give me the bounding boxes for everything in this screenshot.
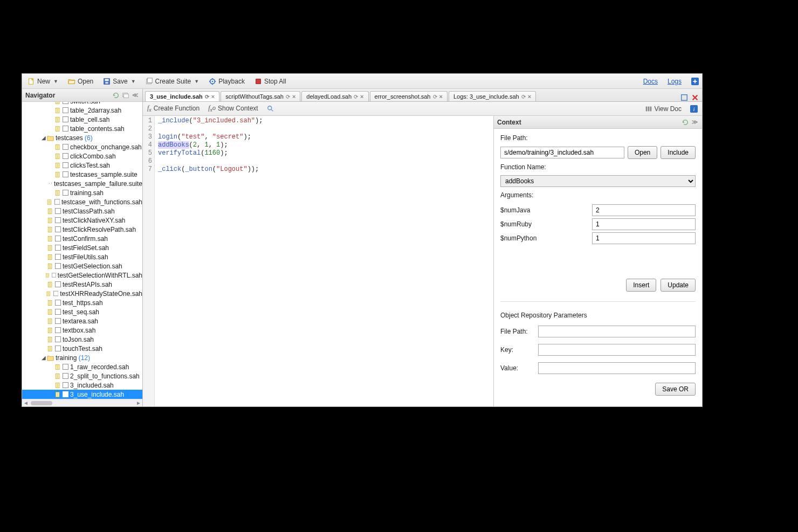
tree-folder[interactable]: ◢testcases (6) [22,133,142,142]
tree-label: testXHRReadyStateOne.sah [60,290,142,298]
tree-file[interactable]: 3_included.sah [22,381,142,390]
editor-tab[interactable]: 3_use_include.sah ⟳ × [145,91,219,101]
save-button[interactable]: Save ▼ [101,77,137,86]
playback-button[interactable]: Playback [207,77,247,86]
svg-rect-25 [63,107,68,113]
show-context-button[interactable]: fxo Show Context [208,104,258,113]
tree-file[interactable]: textbox.sah [22,326,142,335]
argument-row: $numPython [500,232,696,244]
refresh-icon[interactable]: ⟳ [205,94,209,100]
scroll-thumb[interactable] [31,401,52,405]
argument-value-input[interactable] [592,204,696,216]
close-icon[interactable]: × [439,93,443,100]
tree-file[interactable]: test_https.sah [22,298,142,307]
include-button[interactable]: Include [661,146,696,159]
info-icon[interactable]: i [690,105,698,113]
refresh-icon[interactable]: ⟳ [433,94,437,100]
tree-file[interactable]: 1_raw_recorded.sah [22,362,142,371]
docs-link[interactable]: Docs [643,78,658,85]
orp-value-input[interactable] [538,362,696,374]
collapse-all-icon[interactable] [122,92,129,99]
tree-label: 2_split_to_functions.sah [70,372,140,380]
tree-file[interactable]: testGetSelection.sah [22,261,142,271]
function-name-select[interactable]: addBooks [500,175,696,187]
scroll-left-icon[interactable]: ◄ [22,400,30,406]
refresh-icon[interactable] [682,119,689,126]
tree-file[interactable]: testClassPath.sah [22,206,142,216]
tree-folder[interactable]: ◢training (12) [22,353,142,362]
open-label: Open [78,78,93,85]
context-header: Context ≫ [494,116,702,129]
editor-tab[interactable]: delayedLoad.sah ⟳ × [301,91,368,101]
tree-file[interactable]: table_cell.sah [22,115,142,124]
tree-label: textarea.sah [63,317,98,325]
tree-file[interactable]: testcase_with_functions.sah [22,197,142,206]
tree-file[interactable]: testcases_sample.suite [22,170,142,179]
tree-file[interactable]: textarea.sah [22,316,142,326]
tree-file[interactable]: table_contents.sah [22,124,142,133]
update-button[interactable]: Update [661,279,696,292]
open-file-button[interactable]: Open [628,146,657,159]
navigator-scroll[interactable]: switch.sahtable_2darray.sahtable_cell.sa… [22,102,142,399]
tree-file[interactable]: testFieldSet.sah [22,243,142,252]
file-path-input[interactable] [500,147,624,158]
view-doc-button[interactable]: View Doc [645,105,682,113]
orp-filepath-input[interactable] [538,326,696,337]
tree-file[interactable]: 2_split_to_functions.sah [22,371,142,381]
tree-file[interactable]: touchTest.sah [22,344,142,353]
tree-file[interactable]: switch.sah [22,102,142,106]
argument-value-input[interactable] [592,232,696,244]
tree-file[interactable]: clicksTest.sah [22,161,142,170]
tree-file[interactable]: clickCombo.sah [22,151,142,161]
svg-rect-5 [147,78,152,82]
tree-file[interactable]: testConfirm.sah [22,234,142,243]
refresh-icon[interactable]: ⟳ [354,94,358,100]
argument-value-input[interactable] [592,218,696,230]
save-or-button[interactable]: Save OR [655,383,696,396]
code-content[interactable]: _include("3_included.sah"); login("test"… [155,116,493,406]
navigator-panel: Navigator ≪ switch.sahtable_2darray.saht… [22,89,143,406]
editor-tab[interactable]: error_screenshot.sah ⟳ × [370,91,448,101]
close-icon[interactable]: × [528,93,531,100]
orp-key-input[interactable] [538,344,696,356]
logs-link[interactable]: Logs [668,78,682,85]
expander-icon[interactable]: ◢ [40,135,47,141]
close-icon[interactable]: × [360,93,363,100]
close-all-tabs-icon[interactable] [691,94,699,101]
insert-button[interactable]: Insert [626,279,656,292]
close-icon[interactable]: × [292,93,295,100]
tree-file[interactable]: table_2darray.sah [22,106,142,115]
tree-file[interactable]: training.sah [22,188,142,197]
open-button[interactable]: Open [66,77,95,86]
stop-all-button[interactable]: Stop All [252,77,288,86]
refresh-icon[interactable] [112,92,120,99]
editor-tab[interactable]: scriptWithoutTags.sah ⟳ × [221,91,300,101]
close-icon[interactable]: × [211,93,215,100]
tree-file[interactable]: 3_use_include.sah [22,390,142,399]
tree-file[interactable]: checkbox_onchange.sah [22,142,142,151]
tree-file[interactable]: testcases_sample_failure.suite [22,179,142,188]
new-button[interactable]: New ▼ [25,77,60,86]
maximize-icon[interactable] [680,94,688,101]
expander-icon[interactable]: ◢ [40,355,47,361]
tree-file[interactable]: testClickResolvePath.sah [22,225,142,234]
create-function-button[interactable]: fx Create Function [147,104,200,113]
tree-file[interactable]: testXHRReadyStateOne.sah [22,289,142,298]
create-suite-button[interactable]: Create Suite ▼ [143,77,202,86]
search-icon[interactable] [267,105,274,113]
tree-file[interactable]: testFileUtils.sah [22,252,142,261]
tree-file[interactable]: testGetSelectionWithRTL.sah [22,271,142,280]
editor-tab[interactable]: Logs: 3_use_include.sah ⟳ × [449,91,536,101]
folder-count: (12) [79,354,90,362]
tree-file[interactable]: testClickNativeXY.sah [22,216,142,225]
tree-file[interactable]: test_seq.sah [22,307,142,316]
refresh-icon[interactable]: ⟳ [286,94,290,100]
scroll-right-icon[interactable]: ► [135,400,142,406]
tree-file[interactable]: testRestAPIs.sah [22,280,142,289]
tree-file[interactable]: toJson.sah [22,335,142,344]
collapse-panel-icon[interactable]: ≪ [132,92,139,99]
code-editor[interactable]: 1234567 _include("3_included.sah"); logi… [143,116,494,406]
navigator-h-scrollbar[interactable]: ◄ ► [22,399,142,406]
refresh-icon[interactable]: ⟳ [521,94,526,100]
collapse-context-icon[interactable]: ≫ [691,119,699,126]
